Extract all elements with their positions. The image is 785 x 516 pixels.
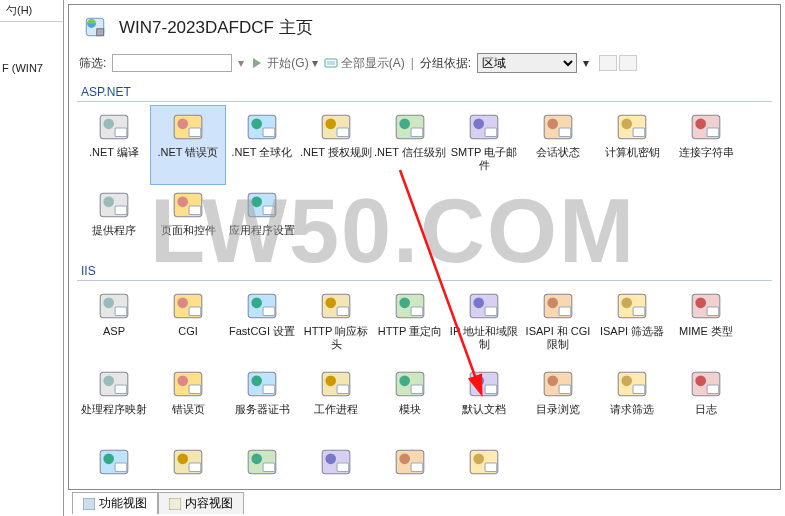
svg-point-33 bbox=[103, 197, 114, 208]
content-area: ASP.NET .NET 编译.NET 错误页.NET 全球化.NET 授权规则… bbox=[69, 83, 780, 489]
svg-point-111 bbox=[473, 454, 484, 465]
svg-point-57 bbox=[473, 298, 484, 309]
iis-item[interactable]: 服务器证书 bbox=[225, 363, 299, 441]
aspnet-item[interactable]: SMTP 电子邮件 bbox=[447, 106, 521, 184]
iis-item-partial[interactable] bbox=[77, 441, 151, 487]
iis-item[interactable]: 工作进程 bbox=[299, 363, 373, 441]
iis-item[interactable]: ISAPI 和 CGI 限制 bbox=[521, 285, 595, 363]
svg-rect-112 bbox=[485, 463, 497, 472]
feature-label: 错误页 bbox=[172, 403, 205, 416]
feature-label: SMTP 电子邮件 bbox=[447, 146, 521, 172]
aspnet-item[interactable]: .NET 全球化 bbox=[225, 106, 299, 184]
features-icon bbox=[83, 498, 95, 510]
aspnet-item[interactable]: 应用程序设置 bbox=[225, 184, 299, 262]
iis-item-partial[interactable] bbox=[225, 441, 299, 487]
feature-icon bbox=[615, 367, 649, 401]
iis-item[interactable]: 错误页 bbox=[151, 363, 225, 441]
svg-rect-100 bbox=[189, 463, 201, 472]
svg-rect-19 bbox=[411, 128, 423, 137]
iis-item[interactable]: 处理程序映射 bbox=[77, 363, 151, 441]
svg-point-78 bbox=[325, 376, 336, 387]
aspnet-item[interactable]: 页面和控件 bbox=[151, 184, 225, 262]
aspnet-item[interactable]: .NET 授权规则 bbox=[299, 106, 373, 184]
feature-icon bbox=[393, 445, 427, 479]
feature-icon bbox=[541, 289, 575, 323]
svg-rect-2 bbox=[97, 29, 104, 36]
feature-icon bbox=[97, 289, 131, 323]
svg-rect-13 bbox=[263, 128, 275, 137]
filter-input[interactable] bbox=[112, 54, 232, 72]
feature-label: .NET 全球化 bbox=[232, 146, 293, 159]
feature-label: 计算机密钥 bbox=[605, 146, 660, 159]
aspnet-item[interactable]: 连接字符串 bbox=[669, 106, 743, 184]
iis-item[interactable]: ISAPI 筛选器 bbox=[595, 285, 669, 363]
aspnet-item[interactable]: .NET 信任级别 bbox=[373, 106, 447, 184]
svg-point-30 bbox=[695, 119, 706, 130]
iis-item[interactable]: IP 地址和域限制 bbox=[447, 285, 521, 363]
svg-rect-103 bbox=[263, 463, 275, 472]
svg-point-6 bbox=[103, 119, 114, 130]
go-button[interactable]: 开始(G) ▾ bbox=[250, 55, 317, 72]
feature-icon bbox=[319, 445, 353, 479]
feature-label: IP 地址和域限制 bbox=[447, 325, 521, 351]
aspnet-item[interactable]: .NET 错误页 bbox=[151, 106, 225, 184]
view-tabs: 功能视图 内容视图 bbox=[72, 492, 244, 514]
iis-item[interactable]: FastCGI 设置 bbox=[225, 285, 299, 363]
svg-point-51 bbox=[325, 298, 336, 309]
aspnet-item[interactable]: 计算机密钥 bbox=[595, 106, 669, 184]
feature-label: 提供程序 bbox=[92, 224, 136, 237]
feature-icon bbox=[319, 367, 353, 401]
view-large-icon[interactable] bbox=[599, 55, 617, 71]
feature-label: 请求筛选 bbox=[610, 403, 654, 416]
aspnet-item[interactable]: .NET 编译 bbox=[77, 106, 151, 184]
iis-item[interactable]: 请求筛选 bbox=[595, 363, 669, 441]
feature-icon bbox=[245, 188, 279, 222]
feature-icon bbox=[245, 367, 279, 401]
svg-rect-4 bbox=[327, 61, 335, 65]
iis-item-partial[interactable] bbox=[151, 441, 225, 487]
feature-label: 工作进程 bbox=[314, 403, 358, 416]
svg-point-39 bbox=[251, 197, 262, 208]
iis-item[interactable]: 目录浏览 bbox=[521, 363, 595, 441]
iis-item[interactable]: 模块 bbox=[373, 363, 447, 441]
tab-features[interactable]: 功能视图 bbox=[72, 492, 158, 514]
svg-rect-55 bbox=[411, 307, 423, 316]
iis-item[interactable]: 默认文档 bbox=[447, 363, 521, 441]
feature-icon bbox=[393, 110, 427, 144]
svg-rect-79 bbox=[337, 385, 349, 394]
page-title: WIN7-2023DAFDCF 主页 bbox=[119, 16, 313, 39]
iis-item[interactable]: HTTP 重定向 bbox=[373, 285, 447, 363]
svg-point-60 bbox=[547, 298, 558, 309]
svg-rect-58 bbox=[485, 307, 497, 316]
feature-icon bbox=[97, 367, 131, 401]
feature-icon bbox=[171, 367, 205, 401]
iis-item[interactable]: 日志 bbox=[669, 363, 743, 441]
svg-point-81 bbox=[399, 376, 410, 387]
aspnet-item[interactable]: 提供程序 bbox=[77, 184, 151, 262]
iis-item-partial[interactable] bbox=[373, 441, 447, 487]
svg-point-102 bbox=[251, 454, 262, 465]
tab-content[interactable]: 内容视图 bbox=[158, 492, 244, 514]
svg-rect-64 bbox=[633, 307, 645, 316]
iis-item-partial[interactable] bbox=[447, 441, 521, 487]
iis-item[interactable]: ASP bbox=[77, 285, 151, 363]
iis-item[interactable]: HTTP 响应标头 bbox=[299, 285, 373, 363]
iis-item[interactable]: CGI bbox=[151, 285, 225, 363]
feature-icon bbox=[393, 367, 427, 401]
groupby-label: 分组依据: bbox=[420, 55, 471, 72]
feature-label: .NET 信任级别 bbox=[374, 146, 446, 159]
feature-icon bbox=[319, 110, 353, 144]
iis-item-partial[interactable] bbox=[299, 441, 373, 487]
svg-point-63 bbox=[621, 298, 632, 309]
showall-button[interactable]: 全部显示(A) bbox=[324, 55, 405, 72]
group-aspnet-label: ASP.NET bbox=[81, 85, 772, 99]
svg-rect-73 bbox=[189, 385, 201, 394]
aspnet-item[interactable]: 会话状态 bbox=[521, 106, 595, 184]
tree-node[interactable]: F (WIN7 bbox=[0, 22, 63, 74]
iis-item[interactable]: MIME 类型 bbox=[669, 285, 743, 363]
svg-rect-67 bbox=[707, 307, 719, 316]
svg-point-27 bbox=[621, 119, 632, 130]
view-dropdown-icon[interactable] bbox=[619, 55, 637, 71]
groupby-select[interactable]: 区域 bbox=[477, 53, 577, 73]
svg-rect-43 bbox=[115, 307, 127, 316]
